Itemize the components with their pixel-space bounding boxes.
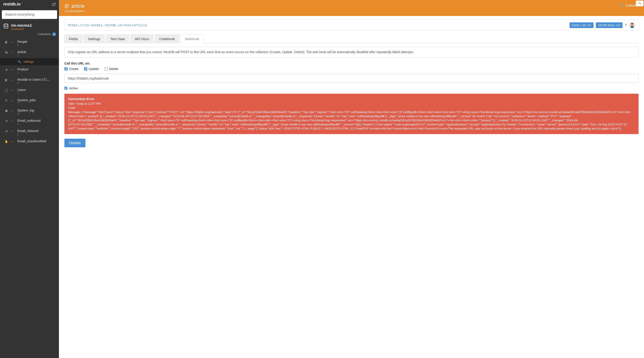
chevron-right-icon: ▸ (12, 109, 14, 112)
nav-label: System_jobs (17, 98, 56, 102)
nav-count: 0 (17, 44, 56, 46)
sidebar-item-system-log[interactable]: ▣ ▸ System_log 37 (0, 106, 59, 117)
page-description: <no description> (64, 9, 85, 13)
page-title: article (71, 3, 85, 9)
svg-rect-8 (630, 26, 634, 28)
chevron-right-icon: ▸ (12, 79, 14, 81)
page-header: article <no description> 🔧 Collectio (59, 0, 644, 16)
sidebar-subitem-settings[interactable]: 🔧 settings (0, 58, 59, 65)
collection-icon: ↻ (4, 99, 8, 102)
database-env: development (11, 28, 56, 30)
tab-fields[interactable]: Fields (64, 34, 82, 43)
nav-label: Email_outbound (17, 119, 56, 122)
form-js-button[interactable]: Form + JS </> (570, 22, 594, 28)
nav-count: 0 (17, 123, 56, 125)
collection-icon: ◧ (4, 40, 8, 44)
nav-label: Article (17, 50, 56, 54)
chevron-right-icon: ▸ (12, 130, 14, 133)
avatar[interactable] (629, 22, 635, 28)
sidebar-item-system-jobs[interactable]: ↻ ▸ System_jobs 1 (0, 96, 59, 106)
logo[interactable]: restdb.io ▪ (3, 2, 22, 6)
nav-label: Users (17, 88, 56, 92)
error-box: Connection Error Date: Today at 12:57 PM… (64, 94, 638, 134)
collection-icon: ◧ (4, 78, 8, 82)
sidebar-item-restdb-io-users[interactable]: ◧ ▸ Restdb-Io-Users-271... 0 (0, 75, 59, 86)
nav-label: People (17, 40, 56, 43)
nav-label: Email_unsubscribed (17, 139, 56, 143)
sidebar-item-email-inbound[interactable]: ✉ ▸ Email_inbound 0 (0, 127, 59, 137)
add-collection-button[interactable]: + (52, 33, 56, 36)
wrench-icon: 🔧 (620, 3, 624, 7)
hand-icon: ✋ (4, 140, 8, 143)
sidebar-item-product[interactable]: ⊕ ▸ Product 1 (0, 65, 59, 75)
sidebar: restdb.io ▪ rio-nocms1 development Colle… (0, 0, 59, 358)
sidebar-item-people[interactable]: ◧ ▸ People 0 (0, 38, 59, 48)
help-icon[interactable]: ? (625, 23, 627, 27)
nav-label: Restdb-Io-Users-271... (17, 78, 56, 81)
sidebar-item-users[interactable]: ◯ ▸ Users 2 (0, 86, 59, 96)
webhook-url-input[interactable] (64, 74, 638, 83)
nav-count: 37 (17, 113, 56, 115)
sidebar-item-article[interactable]: ▤ ▾ Article 2 (0, 48, 59, 58)
chevron-right-icon: ▸ (12, 99, 14, 102)
svg-point-2 (640, 3, 641, 4)
sidebar-item-email-unsubscribed[interactable]: ✋ ▸ Email_unsubscribed (0, 137, 59, 145)
main-content: article <no description> 🔧 Collectio htt… (59, 0, 644, 358)
api-docs-button[interactable]: JS API Docs </> (596, 22, 622, 28)
rest-url[interactable]: https://rio-nocms1.restdb.io/rest/articl… (68, 23, 147, 27)
active-checkbox-label[interactable]: Active (64, 86, 638, 90)
search-input[interactable] (2, 10, 57, 19)
svg-point-1 (639, 2, 640, 3)
delete-checkbox[interactable] (104, 67, 108, 70)
chevron-right-icon: ▸ (12, 41, 14, 43)
nav-count: 1 (17, 102, 56, 105)
collection-icon: ▤ (4, 51, 8, 54)
error-message: Message: {"message":"Not Found","status"… (68, 110, 635, 131)
code-icon: </> (587, 23, 592, 27)
rest-url-bar: https://rio-nocms1.restdb.io/rest/articl… (64, 20, 638, 30)
code-icon: </> (616, 23, 620, 27)
logo-dot-icon: ▪ (22, 1, 22, 4)
tab-api-docs[interactable]: API Docs (131, 34, 154, 43)
tab-webhook[interactable]: Webhook (181, 34, 204, 43)
logo-text: restdb.io (3, 2, 20, 6)
collection-icon: ▣ (4, 109, 8, 112)
chevron-right-icon: ▸ (12, 140, 14, 143)
sidebar-item-email-outbound[interactable]: ✉ ▸ Email_outbound 0 (0, 117, 59, 127)
refresh-icon[interactable] (52, 2, 56, 6)
database-icon (3, 23, 9, 29)
active-checkbox[interactable] (64, 87, 67, 90)
call-url-label: Call this URL on: (64, 62, 638, 65)
nav-label: Product (17, 67, 56, 71)
tab-test-data[interactable]: Test Data (106, 34, 129, 43)
nav-count: 1 (17, 72, 56, 74)
chevron-right-icon: ▸ (12, 89, 14, 91)
nav-label: System_log (17, 109, 56, 112)
create-checkbox[interactable] (64, 67, 68, 70)
update-checkbox[interactable] (84, 67, 87, 70)
document-icon (64, 4, 69, 8)
tabs: Fields Settings Test Data API Docs Codeh… (64, 34, 638, 43)
update-button[interactable]: Update (64, 139, 86, 147)
nav-count: 2 (17, 92, 56, 95)
tab-settings[interactable]: Settings (84, 34, 104, 43)
nav-count: 0 (17, 82, 56, 84)
update-checkbox-label[interactable]: Update (84, 67, 99, 71)
tab-codehook[interactable]: Codehook (155, 34, 179, 43)
error-code: Code: (68, 106, 635, 110)
chevron-right-icon: ▸ (12, 120, 14, 122)
envelope-icon: ✉ (4, 130, 8, 133)
delete-checkbox-label[interactable]: Delete (104, 67, 118, 71)
create-checkbox-label[interactable]: Create (64, 67, 78, 71)
webhook-info: Only register an URL address to a server… (64, 47, 638, 57)
nav-count: 2 (17, 54, 56, 57)
error-date: Date: Today at 12:57 PM (68, 102, 635, 106)
chevron-right-icon: ▸ (12, 68, 14, 71)
collection-icon: ◯ (4, 88, 8, 92)
collections-label: Collections + (0, 32, 59, 38)
collection-icon: ⊕ (4, 68, 8, 71)
database-header[interactable]: rio-nocms1 development (0, 21, 59, 32)
settings-gear-button[interactable] (636, 0, 644, 6)
database-name: rio-nocms1 (11, 23, 56, 28)
error-title: Connection Error (68, 97, 635, 101)
